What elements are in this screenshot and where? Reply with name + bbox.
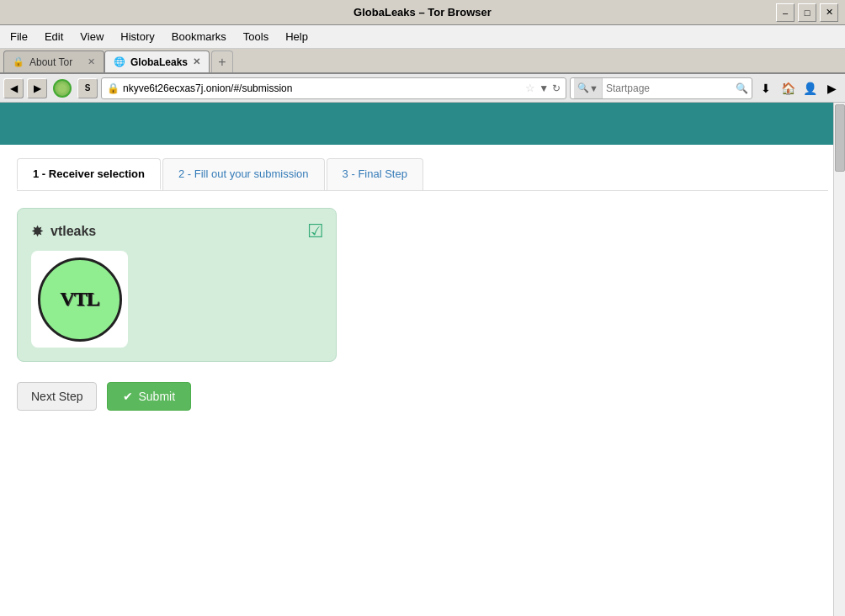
search-engine-label: 🔍: [577, 82, 589, 93]
new-tab-button[interactable]: +: [211, 50, 233, 72]
receiver-card[interactable]: ✸ vtleaks VTL ☑: [17, 208, 337, 362]
tab-globaleaks[interactable]: 🌐 GlobaLeaks ✕: [104, 50, 210, 72]
s-button[interactable]: S: [77, 78, 98, 98]
tab-fill-submission[interactable]: 2 - Fill out your submission: [162, 158, 325, 190]
page-content: 1 - Receiver selection 2 - Fill out your…: [0, 103, 845, 616]
url-dropdown-icon[interactable]: ▼: [539, 82, 549, 94]
home-icon[interactable]: 🏠: [778, 78, 798, 98]
search-magnify-icon[interactable]: 🔍: [736, 82, 748, 94]
url-refresh-icon[interactable]: ↻: [552, 82, 561, 94]
url-input[interactable]: [123, 82, 522, 94]
onion-button[interactable]: [50, 77, 74, 100]
globaleaks-tab-icon: 🌐: [114, 56, 125, 67]
address-bar: ◀ ▶ S 🔒 ☆ ▼ ↻ 🔍 ▼ 🔍 ⬇ 🏠 👤 ▶: [0, 74, 845, 103]
url-bookmark-icon[interactable]: ☆: [525, 82, 535, 94]
vtl-logo: VTL: [38, 258, 122, 342]
window-title: GlobaLeaks – Tor Browser: [353, 6, 492, 19]
tab-final-step[interactable]: 3 - Final Step: [327, 158, 423, 190]
toolbar-icons: ⬇ 🏠 👤 ▶: [756, 78, 842, 98]
receiver-logo: VTL: [31, 251, 128, 348]
submit-label: Submit: [138, 390, 175, 403]
scrollbar-thumb[interactable]: [835, 104, 845, 172]
vtl-logo-text: VTL: [60, 288, 98, 311]
search-engine-icon[interactable]: 🔍 ▼: [574, 78, 603, 98]
receiver-name: vtleaks: [50, 224, 96, 239]
receiver-title: ✸ vtleaks: [31, 222, 322, 241]
scrollbar-track[interactable]: [833, 103, 845, 616]
tab-receiver-selection-label: 1 - Receiver selection: [33, 167, 145, 180]
main-area: 1 - Receiver selection 2 - Fill out your…: [0, 145, 845, 424]
submit-button[interactable]: ✔ Submit: [107, 382, 191, 411]
url-lock-icon: 🔒: [107, 82, 120, 94]
window-controls: – □ ✕: [776, 3, 838, 22]
url-bar[interactable]: 🔒 ☆ ▼ ↻: [101, 77, 566, 99]
person-icon[interactable]: 👤: [800, 78, 820, 98]
menu-file[interactable]: File: [3, 28, 35, 45]
tab-globaleaks-label: GlobaLeaks: [130, 56, 188, 68]
menu-edit[interactable]: Edit: [38, 28, 70, 45]
menu-history[interactable]: History: [114, 28, 161, 45]
menu-icon[interactable]: ▶: [821, 78, 842, 98]
tab-about-tor-close[interactable]: ✕: [88, 56, 95, 67]
minimize-button[interactable]: –: [776, 3, 795, 22]
window-titlebar: GlobaLeaks – Tor Browser – □ ✕: [0, 0, 845, 25]
menu-help[interactable]: Help: [279, 28, 315, 45]
search-dropdown-icon: ▼: [589, 83, 598, 93]
step-tabs: 1 - Receiver selection 2 - Fill out your…: [17, 158, 828, 191]
menu-bar: File Edit View History Bookmarks Tools H…: [0, 25, 845, 49]
tab-bar: 🔒 About Tor ✕ 🌐 GlobaLeaks ✕ +: [0, 49, 845, 74]
submit-check-icon: ✔: [123, 390, 133, 403]
menu-view[interactable]: View: [73, 28, 110, 45]
site-header: [0, 103, 845, 145]
tab-final-step-label: 3 - Final Step: [343, 167, 407, 180]
tab-about-tor-label: About Tor: [29, 56, 72, 68]
receiver-asterisk-icon: ✸: [31, 222, 44, 241]
next-step-button[interactable]: Next Step: [17, 382, 97, 411]
tab-receiver-selection[interactable]: 1 - Receiver selection: [17, 158, 161, 190]
tab-about-tor[interactable]: 🔒 About Tor ✕: [3, 50, 104, 72]
tor-tab-icon: 🔒: [13, 56, 24, 67]
search-bar[interactable]: 🔍 ▼ 🔍: [570, 77, 752, 99]
next-step-label: Next Step: [31, 390, 82, 403]
download-icon[interactable]: ⬇: [756, 78, 776, 98]
close-button[interactable]: ✕: [820, 3, 838, 22]
back-button[interactable]: ◀: [3, 78, 24, 98]
receiver-check-icon: ☑: [307, 220, 324, 242]
maximize-button[interactable]: □: [798, 3, 816, 22]
tab-globaleaks-close[interactable]: ✕: [193, 56, 200, 67]
action-buttons: Next Step ✔ Submit: [17, 382, 828, 411]
menu-bookmarks[interactable]: Bookmarks: [165, 28, 233, 45]
onion-icon: [53, 79, 72, 98]
menu-tools[interactable]: Tools: [236, 28, 275, 45]
forward-button[interactable]: ▶: [27, 78, 47, 98]
search-input[interactable]: [606, 82, 732, 94]
tab-fill-submission-label: 2 - Fill out your submission: [178, 167, 309, 180]
